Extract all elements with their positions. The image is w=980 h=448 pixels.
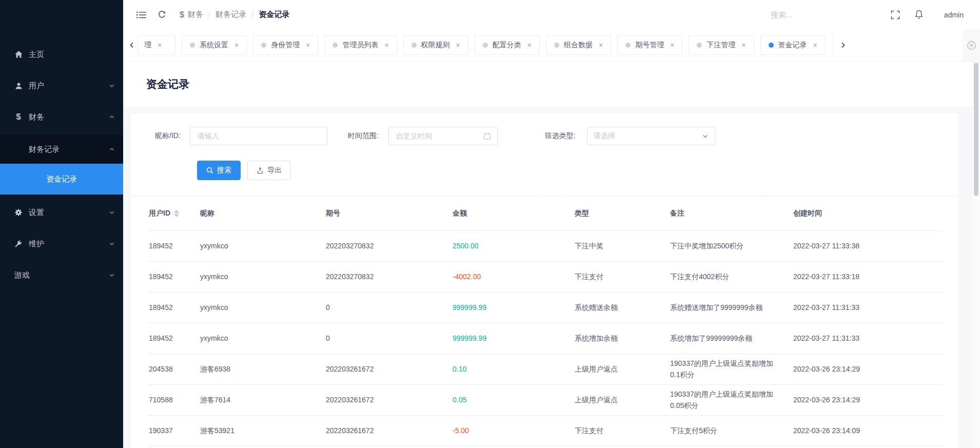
sidebar-item-fund-records[interactable]: 资金记录 xyxy=(0,164,123,194)
sidebar-item-finance-records[interactable]: 财务记录 xyxy=(0,135,123,164)
tab-permission-rules[interactable]: 权限规则 × xyxy=(403,35,468,55)
cell-created-at: 2022-03-27 11:33:38 xyxy=(793,230,943,261)
tab-identity[interactable]: 身份管理 × xyxy=(253,35,318,55)
cell-period: 0 xyxy=(325,292,452,323)
sidebar-item-label: 资金记录 xyxy=(46,174,77,184)
close-icon[interactable]: × xyxy=(234,42,239,49)
scrollbar-thumb[interactable] xyxy=(974,63,978,196)
cell-user-id: 189452 xyxy=(148,323,200,354)
cell-nickname: 游客53921 xyxy=(200,415,325,446)
table-row: 189452 yxymkco 202203270832 -4002.00 下注支… xyxy=(148,261,943,292)
notification-bell-icon[interactable] xyxy=(914,10,924,20)
col-user-id: 用户ID xyxy=(148,197,200,230)
nickname-input[interactable] xyxy=(190,127,327,145)
nickname-input-field[interactable] xyxy=(197,131,321,141)
tab-bet-management[interactable]: 下注管理 × xyxy=(689,35,754,55)
tab-combo-data[interactable]: 组合数据 × xyxy=(546,35,611,55)
tab-dot xyxy=(697,43,702,48)
menu-collapse-icon[interactable] xyxy=(136,11,146,19)
cell-created-at: 2022-03-27 11:33:18 xyxy=(793,261,943,292)
tab-label: 权限规则 xyxy=(421,41,450,50)
close-icon[interactable]: × xyxy=(813,42,817,49)
close-icon[interactable]: × xyxy=(384,42,388,49)
cell-user-id: 189452 xyxy=(148,292,200,323)
cell-remark: 系统增加了99999999余额 xyxy=(670,323,793,354)
cell-period: 202203261672 xyxy=(325,354,452,384)
time-range-input[interactable] xyxy=(388,127,498,145)
tab-dot xyxy=(190,43,195,48)
type-select[interactable]: 请选择 xyxy=(587,127,715,145)
cell-created-at: 2022-03-26 23:14:29 xyxy=(793,384,943,415)
sort-icon[interactable] xyxy=(174,210,179,217)
table-row: 189452 yxymkco 202203270832 2500.00 下注中奖… xyxy=(148,230,943,261)
tab-label: 管理员列表 xyxy=(342,41,378,50)
close-icon[interactable]: × xyxy=(599,42,603,49)
tab-scroll-right-icon[interactable] xyxy=(833,35,847,55)
export-icon xyxy=(257,167,264,174)
content-area: 昵称/ID: 时间范围: 筛选类型: 请选择 xyxy=(123,107,972,448)
tab-system-settings[interactable]: 系统设置 × xyxy=(182,35,247,55)
breadcrumb-finance-records[interactable]: 财务记录 xyxy=(215,10,246,20)
cell-nickname: yxymkco xyxy=(200,261,325,292)
cell-type: 系统增加余额 xyxy=(574,323,670,354)
close-icon[interactable]: × xyxy=(741,42,746,49)
search-button[interactable]: 搜索 xyxy=(197,161,241,180)
tab-config-category[interactable]: 配置分类 × xyxy=(475,35,540,55)
tab-label: 组合数据 xyxy=(564,41,593,50)
tab-dot xyxy=(625,43,631,48)
filter-row: 昵称/ID: 时间范围: 筛选类型: 请选择 xyxy=(148,127,943,145)
sidebar-item-settings[interactable]: 设置 xyxy=(0,199,123,226)
sidebar-item-users[interactable]: 用户 xyxy=(0,72,123,99)
sidebar-item-games[interactable]: 游戏 xyxy=(0,262,123,288)
cell-period: 202203261672 xyxy=(325,384,452,415)
cell-type: 下注支付 xyxy=(574,261,670,292)
tab-bar: 理 × 系统设置 × 身份管理 × 管理员列表 × 权限规则 × 配置分类 × … xyxy=(123,29,980,62)
breadcrumb-separator: / xyxy=(208,10,210,19)
tab-scroll-left-icon[interactable] xyxy=(128,42,135,49)
fund-records-table: 用户ID 昵称 期号 金额 类型 备注 创建时间 189452 yxymkco … xyxy=(148,197,943,446)
sidebar-item-label: 财务记录 xyxy=(29,145,60,154)
table-row: 190337 游客53921 202203261672 -5.00 下注支付 下… xyxy=(148,415,943,446)
user-menu[interactable]: admin xyxy=(944,11,964,19)
close-icon[interactable]: × xyxy=(158,42,162,49)
close-icon[interactable]: × xyxy=(306,42,310,49)
home-icon xyxy=(13,50,24,59)
cell-nickname: 游客6938 xyxy=(200,354,325,384)
cell-amount: 2500.00 xyxy=(452,230,574,261)
sidebar-item-home[interactable]: 主页 xyxy=(0,41,123,68)
sidebar-item-maintenance[interactable]: 维护 xyxy=(0,230,123,257)
gear-icon xyxy=(13,208,24,217)
close-icon[interactable]: × xyxy=(456,42,460,49)
close-icon[interactable]: × xyxy=(527,42,532,49)
col-created-at: 创建时间 xyxy=(793,197,943,230)
tab-dot xyxy=(261,43,266,48)
cell-remark: 下注支付5积分 xyxy=(670,415,793,446)
cell-type: 上级用户返点 xyxy=(574,354,670,384)
col-type: 类型 xyxy=(574,197,670,230)
breadcrumb-finance[interactable]: 财务 xyxy=(188,10,203,20)
vertical-scrollbar[interactable] xyxy=(972,62,980,448)
sidebar-item-finance[interactable]: $ 财务 xyxy=(0,104,123,130)
tab-truncated[interactable]: 理 × xyxy=(138,35,175,55)
chevron-up-icon xyxy=(109,146,115,152)
content-card: 昵称/ID: 时间范围: 筛选类型: 请选择 xyxy=(131,113,958,448)
cell-remark: 系统赠送增加了9999999余额 xyxy=(670,292,793,323)
export-button[interactable]: 导出 xyxy=(247,161,291,180)
close-icon[interactable]: × xyxy=(670,42,674,49)
cell-user-id: 189452 xyxy=(148,261,200,292)
tab-label: 资金记录 xyxy=(778,41,807,50)
page-title: 资金记录 xyxy=(146,77,189,91)
tab-fund-records-active[interactable]: 资金记录 × xyxy=(760,35,826,55)
refresh-icon[interactable] xyxy=(158,10,166,19)
chevron-down-icon xyxy=(109,272,115,278)
cell-amount: 0.10 xyxy=(452,354,574,384)
sidebar-item-label: 设置 xyxy=(29,208,44,218)
tab-period-management[interactable]: 期号管理 × xyxy=(617,35,682,55)
time-range-input-field[interactable] xyxy=(395,131,483,141)
global-search-input[interactable] xyxy=(770,10,867,20)
cell-created-at: 2022-03-27 11:31:33 xyxy=(793,323,943,354)
search-button-label: 搜索 xyxy=(217,166,231,175)
tab-admin-list[interactable]: 管理员列表 × xyxy=(324,35,397,55)
close-all-tabs-icon[interactable] xyxy=(963,29,980,61)
fullscreen-icon[interactable] xyxy=(891,10,900,20)
